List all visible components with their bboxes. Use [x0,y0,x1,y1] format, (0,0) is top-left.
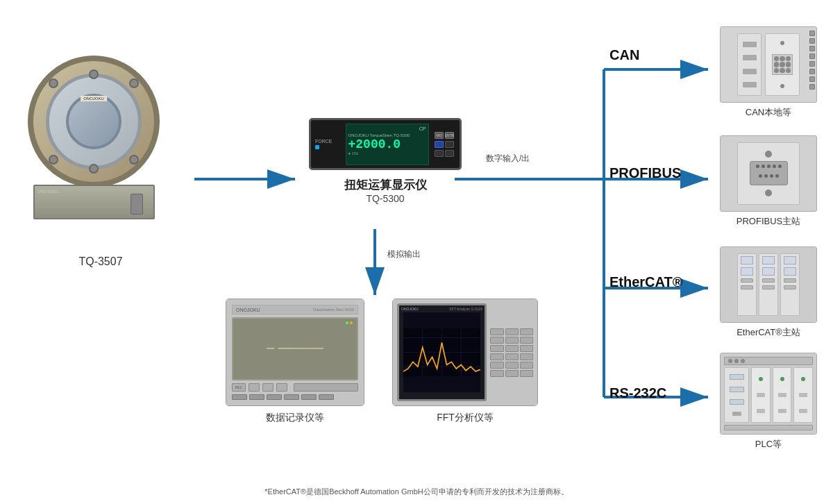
tq5300-name: 扭矩运算显示仪 [302,177,469,193]
digital-io-label: 数字输入/出 [486,153,530,165]
fft-device: ONOJOKU FFT Analyzer G-5100 [389,299,541,424]
display-brand: ONOJOKU TorqueStem TQ-5300 [348,133,410,137]
can-bus-label: CAN [609,47,639,63]
analog-out-label: 模拟输出 [387,249,421,260]
rs232c-bus-label: RS-232C [609,385,666,401]
profibus-bus-label: PROFIBUS [609,165,681,181]
system-diagram: ONOJOKU ONOJOKU TQ-3507 FORCE ONOJOKU To… [0,0,833,504]
can-device-label: CAN本地等 [716,106,821,119]
footer-note: *EtherCAT®是德国Beckhoff Automation GmbH公司申… [0,487,833,497]
ethercat-device-container: EtherCAT®主站 [716,246,821,339]
can-device-container: CAN本地等 [716,26,821,119]
ethercat-device-label: EtherCAT®主站 [716,326,821,339]
rs232c-device-container: PLC等 [716,353,821,451]
profibus-device-label: PROFIBUS主站 [716,215,821,228]
recorder-label: 数据记录仪等 [222,412,368,424]
ethercat-bus-label: EtherCAT® [609,274,682,290]
display-unit: CP [419,126,426,131]
tq5300-device: FORCE ONOJOKU TorqueStem TQ-5300 +2000.0… [302,118,469,204]
tq5300-model: TQ-5300 [302,193,469,204]
rs232c-device-label: PLC等 [716,438,821,451]
tq3507-device: ONOJOKU ONOJOKU TQ-3507 [24,49,177,268]
fft-label: FFT分析仪等 [389,412,541,424]
profibus-device-container: PROFIBUS主站 [716,135,821,228]
recorder-device: ONOJOKU DataStation Rec-5100 ━━ ━━━━━━━━… [222,299,368,424]
display-value: +2000.0 [348,138,401,151]
tq3507-label: TQ-3507 [24,255,177,268]
